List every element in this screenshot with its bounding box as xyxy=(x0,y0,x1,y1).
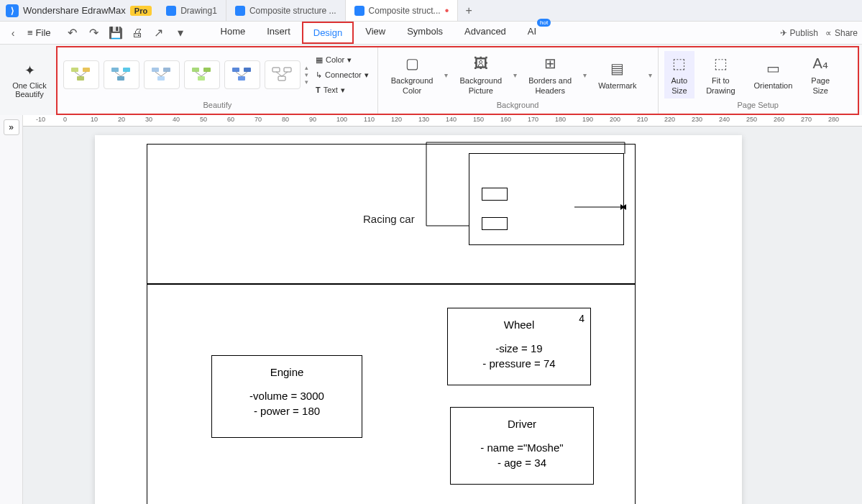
back-button[interactable]: ‹ xyxy=(4,24,22,42)
tab-symbols[interactable]: Symbols xyxy=(397,22,453,44)
borders-icon: ⊞ xyxy=(544,54,556,73)
canvas[interactable]: Racing car Engine -volume = 3000 - power… xyxy=(23,127,862,504)
svg-line-3 xyxy=(75,72,81,76)
port-1[interactable] xyxy=(482,188,508,201)
share-button[interactable]: ∝ Share xyxy=(825,28,858,38)
theme-preset-2[interactable] xyxy=(104,60,139,89)
theme-preset-6[interactable] xyxy=(265,60,301,89)
save-button[interactable]: 💾 xyxy=(107,24,124,42)
tab-design[interactable]: Design xyxy=(302,22,354,44)
svg-rect-17 xyxy=(198,76,205,81)
svg-rect-6 xyxy=(123,68,130,72)
chevron-down-icon[interactable]: ▾ xyxy=(583,71,587,79)
tab-insert[interactable]: Insert xyxy=(257,22,301,44)
svg-rect-16 xyxy=(203,68,211,72)
redo-button[interactable]: ↷ xyxy=(86,24,103,42)
connector-dropdown[interactable]: ↳Connector ▾ xyxy=(313,69,372,81)
theme-preset-5[interactable] xyxy=(224,60,260,89)
theme-preset-1[interactable] xyxy=(63,60,99,89)
tab-ai[interactable]: AI hot xyxy=(518,22,546,44)
svg-rect-26 xyxy=(284,68,291,72)
svg-rect-5 xyxy=(111,68,119,72)
engine-attr-1: -volume = 3000 xyxy=(212,388,362,403)
page-size-button[interactable]: A₄Page Size xyxy=(804,51,837,99)
ribbon: ✦ One Click Beautify ▴▾▾ ▦Color ▾ ↳Conne… xyxy=(56,46,859,115)
doc-tab[interactable]: Drawing1 xyxy=(157,0,226,21)
label: Background Picture xyxy=(459,75,502,96)
svg-rect-7 xyxy=(117,76,124,81)
watermark-button[interactable]: ▤Watermark xyxy=(591,56,643,93)
doc-tab[interactable]: Composite structure ... xyxy=(226,0,346,21)
tab-home[interactable]: Home xyxy=(211,22,256,44)
more-button[interactable]: ▾ xyxy=(172,24,189,42)
one-click-label: One Click Beautify xyxy=(12,81,47,98)
svg-line-24 xyxy=(242,72,247,76)
pagesize-icon: A₄ xyxy=(813,54,828,73)
horizontal-ruler: -20-100102030405060708090100110120130140… xyxy=(23,115,862,127)
fit-to-drawing-button[interactable]: ⬚Fit to Drawing xyxy=(699,51,742,99)
file-menu[interactable]: ≡ File xyxy=(22,27,57,38)
wheel-box[interactable]: 4 Wheel -size = 19 - pressure = 74 xyxy=(447,308,591,385)
add-tab-button[interactable]: + xyxy=(458,4,480,17)
export-button[interactable]: ↗ xyxy=(150,24,168,42)
panel-toggle-button[interactable]: » xyxy=(4,119,19,135)
group-label: Background xyxy=(384,99,652,111)
borders-headers-button[interactable]: ⊞Borders and Headers xyxy=(521,51,579,99)
one-click-beautify-button[interactable]: ✦ One Click Beautify xyxy=(4,47,55,114)
theme-preset-4[interactable] xyxy=(184,60,220,89)
svg-rect-22 xyxy=(238,76,245,81)
driver-box[interactable]: Driver - name ="Moshe" - age = 34 xyxy=(450,407,594,485)
theme-preset-3[interactable] xyxy=(144,60,180,89)
svg-rect-15 xyxy=(192,68,199,72)
wheel-attr-1: -size = 19 xyxy=(448,341,590,356)
background-color-button[interactable]: ▢Background Color xyxy=(384,51,441,99)
svg-line-8 xyxy=(115,72,121,76)
tab-label: Design xyxy=(313,27,342,38)
chevron-down-icon[interactable]: ▾ xyxy=(444,71,448,79)
left-panel: » xyxy=(0,115,23,504)
label: Page Size xyxy=(811,75,830,96)
color-dropdown[interactable]: ▦Color ▾ xyxy=(313,54,372,66)
svg-line-29 xyxy=(282,72,288,76)
fit-icon: ⬚ xyxy=(714,54,728,73)
undo-button[interactable]: ↶ xyxy=(64,24,81,42)
tab-advanced[interactable]: Advanced xyxy=(454,22,516,44)
tab-label: Symbols xyxy=(407,26,443,37)
bg-picture-icon: 🖼 xyxy=(474,54,488,73)
engine-box[interactable]: Engine -volume = 3000 - power = 180 xyxy=(211,355,362,438)
right-actions: ✈ Publish ∝ Share xyxy=(780,28,858,38)
text-dropdown[interactable]: TText ▾ xyxy=(313,84,372,96)
doc-icon xyxy=(235,6,245,16)
port-2[interactable] xyxy=(482,217,508,230)
label: Auto Size xyxy=(671,75,688,96)
orientation-button[interactable]: ▭Orientation xyxy=(747,56,800,93)
tab-view[interactable]: View xyxy=(355,22,395,44)
tab-label: Composite struct... xyxy=(369,6,441,16)
auto-size-button[interactable]: ⬚Auto Size xyxy=(664,51,695,99)
chevron-down-icon[interactable]: ▾ xyxy=(648,71,652,79)
background-picture-button[interactable]: 🖼Background Picture xyxy=(452,51,509,99)
svg-line-13 xyxy=(155,72,161,76)
theme-scroll[interactable]: ▴▾▾ xyxy=(305,64,308,86)
publish-button[interactable]: ✈ Publish xyxy=(780,28,818,38)
autosize-icon: ⬚ xyxy=(672,54,686,73)
svg-line-18 xyxy=(196,72,201,76)
chevron-down-icon[interactable]: ▾ xyxy=(513,71,517,79)
tab-label: AI xyxy=(528,26,536,37)
share-icon: ∝ xyxy=(825,28,832,38)
doc-tab-active[interactable]: Composite struct... • xyxy=(346,0,459,21)
app-title: ⟩ Wondershare EdrawMax Pro xyxy=(0,4,157,17)
svg-line-19 xyxy=(201,72,207,76)
main-tabs: Home Insert Design View Symbols Advanced… xyxy=(211,22,547,44)
label: Background Color xyxy=(391,75,434,96)
svg-rect-12 xyxy=(157,76,165,81)
pro-badge: Pro xyxy=(130,6,152,16)
hot-badge: hot xyxy=(537,19,551,27)
label: Color xyxy=(326,55,344,64)
page[interactable]: Racing car Engine -volume = 3000 - power… xyxy=(95,135,742,504)
svg-rect-27 xyxy=(278,76,285,81)
app-name: Wondershare EdrawMax xyxy=(23,5,126,16)
modified-dot-icon: • xyxy=(445,4,449,17)
print-button[interactable]: 🖨 xyxy=(129,24,146,42)
file-label: File xyxy=(36,27,51,38)
